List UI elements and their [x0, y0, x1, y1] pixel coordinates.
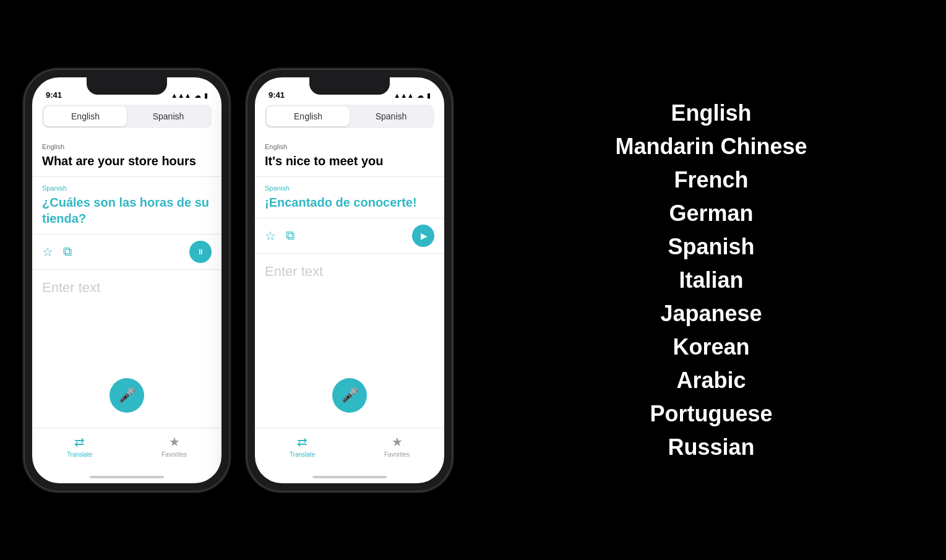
translation-area-2: English It's nice to meet you Spanish ¡E… [255, 136, 444, 428]
copy-icon-2[interactable]: ⧉ [286, 228, 295, 243]
phone-1: 9:41 ▲▲▲ ☁ ▮ English Spanish English Wha… [25, 70, 229, 491]
tab-favorites-2[interactable]: ★ Favorites [384, 434, 410, 458]
status-icons-2: ▲▲▲ ☁ ▮ [393, 92, 431, 100]
phones-container: 9:41 ▲▲▲ ☁ ▮ English Spanish English Wha… [0, 58, 476, 503]
play-icon-2: ▶ [421, 231, 428, 241]
favorites-tab-icon-2: ★ [392, 434, 403, 449]
pause-icon-1: ⏸ [197, 248, 204, 256]
language-selector-1: English Spanish [42, 105, 212, 128]
source-lang-label-1: English [42, 143, 212, 150]
star-icon-2[interactable]: ☆ [265, 228, 276, 243]
play-button-2[interactable]: ▶ [412, 225, 434, 247]
language-selector-2: English Spanish [265, 105, 434, 128]
favorites-tab-icon-1: ★ [169, 434, 180, 449]
translate-tab-label-2: Translate [290, 451, 315, 458]
target-text-1: ¿Cuáles son las horas de su tienda? [42, 194, 212, 226]
wifi-icon-2: ☁ [417, 92, 424, 100]
translation-area-1: English What are your store hours Spanis… [32, 136, 221, 428]
lang-item-arabic: Arabic [676, 364, 746, 397]
home-indicator-1 [32, 471, 221, 483]
input-area-2: Enter text 🎤 [255, 254, 444, 428]
copy-icon-1[interactable]: ⧉ [63, 244, 72, 259]
mic-icon-1: 🎤 [119, 387, 135, 403]
notch-2 [309, 77, 390, 95]
tab-favorites-1[interactable]: ★ Favorites [161, 434, 187, 458]
pause-button-1[interactable]: ⏸ [189, 241, 212, 263]
tab-bar-2: ⇄ Translate ★ Favorites [255, 428, 444, 471]
target-lang-label-2: Spanish [265, 184, 434, 192]
lang-tab-spanish-1[interactable]: Spanish [127, 106, 210, 126]
home-bar-2 [312, 476, 387, 478]
wifi-icon: ☁ [194, 92, 201, 100]
mic-button-2[interactable]: 🎤 [332, 378, 367, 413]
translate-tab-icon-1: ⇄ [74, 434, 85, 449]
favorites-tab-label-2: Favorites [384, 451, 410, 458]
source-text-1: What are your store hours [42, 153, 212, 169]
source-lang-label-2: English [265, 143, 434, 150]
lang-tab-english-1[interactable]: English [44, 106, 127, 126]
lang-item-english: English [671, 97, 751, 130]
battery-icon: ▮ [204, 92, 208, 100]
lang-item-italian: Italian [679, 264, 743, 297]
mic-icon-2: 🎤 [342, 387, 358, 403]
lang-item-mandarin: Mandarin Chinese [615, 130, 807, 163]
phone-2-screen: 9:41 ▲▲▲ ☁ ▮ English Spanish English It'… [255, 77, 444, 483]
source-block-2: English It's nice to meet you [255, 136, 444, 177]
notch [87, 77, 167, 95]
star-icon-1[interactable]: ☆ [42, 244, 53, 259]
tab-translate-2[interactable]: ⇄ Translate [290, 434, 315, 458]
favorites-tab-label-1: Favorites [161, 451, 187, 458]
lang-item-german: German [669, 197, 753, 230]
tab-bar-1: ⇄ Translate ★ Favorites [32, 428, 221, 471]
phone-2: 9:41 ▲▲▲ ☁ ▮ English Spanish English It'… [247, 70, 452, 491]
translate-tab-icon-2: ⇄ [297, 434, 307, 449]
signal-icon-2: ▲▲▲ [393, 92, 414, 99]
action-bar-1: ☆ ⧉ ⏸ [32, 235, 221, 270]
signal-icon: ▲▲▲ [171, 92, 191, 99]
lang-item-portuguese: Portuguese [650, 397, 772, 431]
enter-text-placeholder-1[interactable]: Enter text [42, 280, 100, 296]
mic-button-1[interactable]: 🎤 [110, 378, 144, 413]
lang-item-french: French [674, 163, 748, 197]
lang-item-korean: Korean [673, 330, 749, 364]
lang-item-japanese: Japanese [660, 297, 762, 330]
lang-item-russian: Russian [668, 431, 754, 464]
target-text-2: ¡Encantado de conocerte! [265, 194, 434, 210]
phone-1-screen: 9:41 ▲▲▲ ☁ ▮ English Spanish English Wha… [32, 77, 221, 483]
lang-tab-english-2[interactable]: English [267, 106, 350, 126]
status-time-2: 9:41 [269, 90, 285, 100]
tab-translate-1[interactable]: ⇄ Translate [67, 434, 92, 458]
action-bar-2: ☆ ⧉ ▶ [255, 218, 444, 254]
battery-icon-2: ▮ [427, 92, 431, 100]
home-bar-1 [90, 476, 164, 478]
input-area-1: Enter text 🎤 [32, 270, 221, 428]
source-text-2: It's nice to meet you [265, 153, 434, 169]
enter-text-placeholder-2[interactable]: Enter text [265, 264, 323, 280]
status-time: 9:41 [46, 90, 62, 100]
target-lang-label-1: Spanish [42, 184, 212, 192]
language-list: English Mandarin Chinese French German S… [476, 84, 946, 476]
source-block-1: English What are your store hours [32, 136, 221, 177]
target-block-2: Spanish ¡Encantado de conocerte! [255, 177, 444, 218]
target-block-1: Spanish ¿Cuáles son las horas de su tien… [32, 177, 221, 235]
lang-tab-spanish-2[interactable]: Spanish [350, 106, 432, 126]
translate-tab-label-1: Translate [67, 451, 92, 458]
status-icons: ▲▲▲ ☁ ▮ [171, 92, 208, 100]
lang-item-spanish: Spanish [668, 230, 754, 264]
home-indicator-2 [255, 471, 444, 483]
